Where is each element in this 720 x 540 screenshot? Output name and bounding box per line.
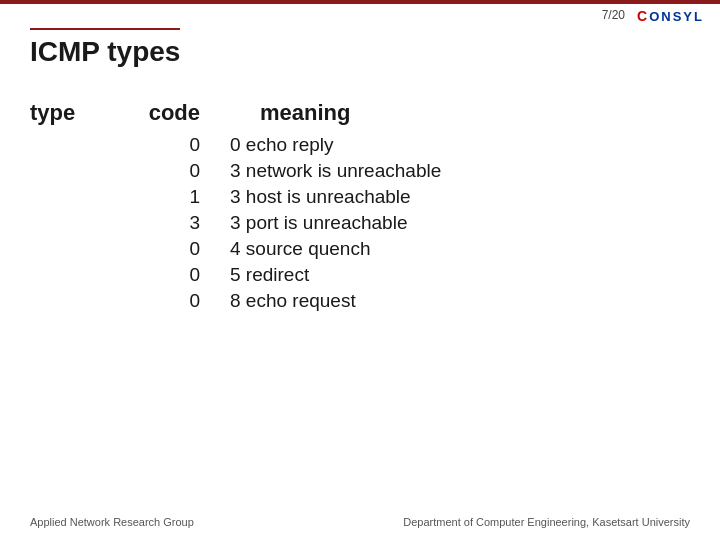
- row-meaning: 3 port is unreachable: [200, 212, 690, 234]
- row-code: 0: [120, 134, 200, 156]
- top-bar: [0, 0, 720, 4]
- table-row: 0 3 network is unreachable: [30, 160, 690, 182]
- table-header: type code meaning: [30, 100, 690, 126]
- row-code: 3: [120, 212, 200, 234]
- logo: CONSYL: [637, 8, 704, 24]
- table-row: 0 4 source quench: [30, 238, 690, 260]
- row-code: 1: [120, 186, 200, 208]
- row-code: 0: [120, 160, 200, 182]
- table-row: 1 3 host is unreachable: [30, 186, 690, 208]
- content-area: type code meaning 0 0 echo reply 0 3 net…: [30, 100, 690, 316]
- row-code: 0: [120, 264, 200, 286]
- col-header-meaning: meaning: [200, 100, 690, 126]
- row-code: 0: [120, 290, 200, 312]
- slide-title: ICMP types: [30, 28, 180, 68]
- table-row: 0 5 redirect: [30, 264, 690, 286]
- table-row: 3 3 port is unreachable: [30, 212, 690, 234]
- row-meaning: 0 echo reply: [200, 134, 690, 156]
- row-meaning: 5 redirect: [200, 264, 690, 286]
- col-header-type: type: [30, 100, 120, 126]
- row-code: 0: [120, 238, 200, 260]
- row-meaning: 4 source quench: [200, 238, 690, 260]
- page-number: 7/20: [602, 8, 625, 22]
- footer-left: Applied Network Research Group: [30, 516, 194, 528]
- col-header-code: code: [120, 100, 200, 126]
- row-meaning: 8 echo request: [200, 290, 690, 312]
- footer: Applied Network Research Group Departmen…: [30, 516, 690, 528]
- table-row: 0 0 echo reply: [30, 134, 690, 156]
- table-row: 0 8 echo request: [30, 290, 690, 312]
- row-meaning: 3 network is unreachable: [200, 160, 690, 182]
- footer-right: Department of Computer Engineering, Kase…: [403, 516, 690, 528]
- row-meaning: 3 host is unreachable: [200, 186, 690, 208]
